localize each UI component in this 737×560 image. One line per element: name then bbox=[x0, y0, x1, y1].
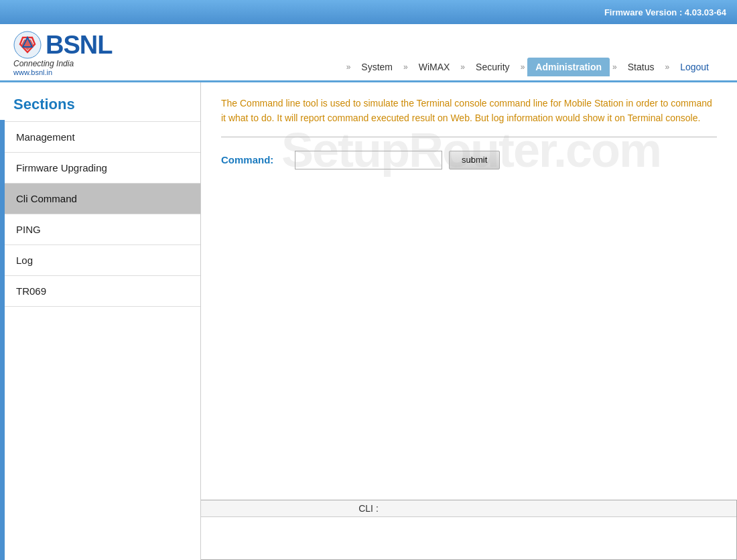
sidebar-item-tr069[interactable]: TR069 bbox=[0, 275, 200, 307]
nav-bar: » System » WiMAX » Security » Administra… bbox=[345, 55, 724, 76]
divider bbox=[221, 137, 717, 137]
command-row: Command: submit bbox=[221, 151, 717, 169]
submit-button[interactable]: submit bbox=[449, 151, 500, 169]
command-input[interactable] bbox=[295, 151, 442, 169]
bsnl-text: BSNL bbox=[46, 32, 112, 58]
nav-item-logout[interactable]: Logout bbox=[672, 58, 717, 76]
sidebar-item-management[interactable]: Management bbox=[0, 121, 200, 152]
logo-url: www.bsnl.in bbox=[13, 68, 52, 76]
body-area: Sections Management Firmware Upgrading C… bbox=[0, 82, 737, 560]
header: BSNL Connecting India www.bsnl.in » Syst… bbox=[0, 24, 737, 82]
bsnl-logo-icon bbox=[13, 31, 42, 59]
main-content: SetupRouter.com The Command line tool is… bbox=[201, 82, 737, 560]
sidebar-item-ping[interactable]: PING bbox=[0, 214, 200, 244]
top-bar: Firmware Version : 4.03.03-64 bbox=[0, 0, 737, 24]
logo-area: BSNL Connecting India www.bsnl.in bbox=[13, 31, 112, 76]
sidebar-item-log[interactable]: Log bbox=[0, 244, 200, 275]
sidebar: Sections Management Firmware Upgrading C… bbox=[0, 82, 201, 560]
header-top: BSNL Connecting India www.bsnl.in » Syst… bbox=[13, 31, 724, 80]
sections-title: Sections bbox=[0, 96, 200, 121]
logo-bsnl: BSNL bbox=[13, 31, 112, 59]
sidebar-accent bbox=[0, 120, 5, 560]
nav-item-wimax[interactable]: WiMAX bbox=[411, 58, 458, 76]
page-wrapper: Firmware Version : 4.03.03-64 BSNL Conne… bbox=[0, 0, 737, 560]
nav-item-status[interactable]: Status bbox=[620, 58, 663, 76]
sidebar-item-firmware-upgrading[interactable]: Firmware Upgrading bbox=[0, 152, 200, 183]
firmware-version: Firmware Version : 4.03.03-64 bbox=[604, 7, 726, 17]
nav-item-administration[interactable]: Administration bbox=[527, 58, 610, 76]
command-label: Command: bbox=[221, 154, 288, 165]
logo-tagline: Connecting India bbox=[13, 59, 74, 68]
nav-item-security[interactable]: Security bbox=[468, 58, 518, 76]
sidebar-item-cli-command[interactable]: Cli Command bbox=[0, 183, 200, 214]
description-text: The Command line tool is used to simulat… bbox=[221, 96, 717, 126]
nav-item-system[interactable]: System bbox=[353, 58, 401, 76]
